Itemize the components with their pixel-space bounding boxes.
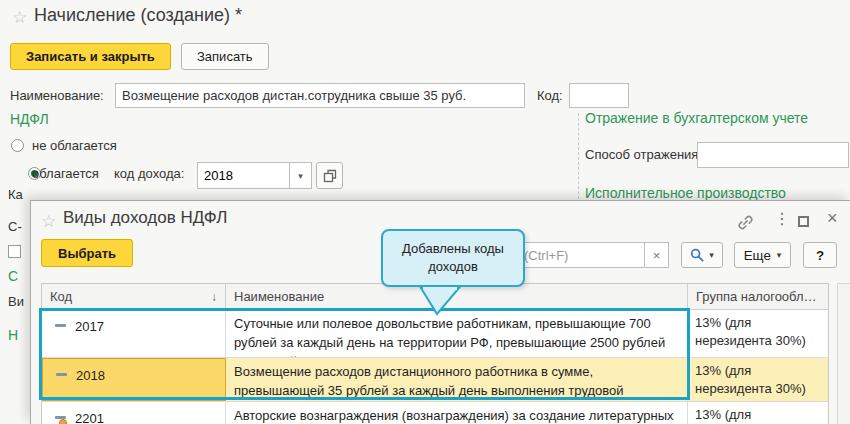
clipped-label-fragment: Ви	[8, 294, 24, 309]
more-button[interactable]: Еще ▾	[734, 242, 791, 268]
help-button[interactable]: ?	[803, 242, 837, 268]
row-code: 2017	[75, 319, 104, 334]
row-name: Авторские вознаграждения (вознаграждения…	[226, 402, 688, 424]
kebab-menu-icon[interactable]: ⋮	[774, 211, 790, 227]
name-input[interactable]	[115, 83, 525, 108]
open-reference-button[interactable]	[316, 162, 343, 189]
code-field-label: Код:	[537, 88, 563, 103]
chevron-down-icon: ▾	[777, 250, 782, 260]
save-and-close-button[interactable]: Записать и закрыть	[10, 43, 171, 70]
table-header-row: Код ↓ Наименование Группа налогообл…	[42, 284, 828, 310]
column-header-name[interactable]: Наименование	[226, 284, 688, 309]
row-code: 2018	[76, 368, 105, 383]
column-header-code[interactable]: Код ↓	[42, 284, 226, 309]
page-title: Начисление (создание) *	[34, 5, 242, 26]
income-codes-table: Код ↓ Наименование Группа налогообл… 201…	[41, 283, 829, 424]
open-in-form-icon	[323, 169, 337, 183]
row-tax-group: 13% (для нерезидента 30%)	[688, 358, 828, 401]
clear-search-icon[interactable]: ×	[644, 243, 668, 267]
item-dash-icon	[55, 324, 66, 327]
save-button[interactable]: Записать	[181, 43, 269, 70]
enforcement-section-header: Исполнительное производство	[585, 185, 786, 201]
income-code-label: код дохода:	[114, 166, 184, 181]
table-scrollbar[interactable]	[837, 283, 850, 424]
item-dash-icon	[56, 373, 67, 376]
income-code-combo[interactable]: ▾	[197, 162, 312, 189]
search-icon	[690, 248, 704, 262]
vertical-separator	[578, 113, 579, 199]
code-input[interactable]	[569, 83, 629, 108]
clipped-section-header-fragment: С	[8, 268, 18, 284]
row-name: Суточные или полевое довольствие работни…	[226, 310, 688, 357]
row-tax-group: 13% (для	[688, 402, 828, 424]
table-row[interactable]: 2017 Суточные или полевое довольствие ра…	[42, 310, 828, 358]
dialog-title: Виды доходов НДФЛ	[63, 208, 227, 228]
select-button[interactable]: Выбрать	[41, 239, 133, 267]
clipped-section-header-fragment: Н	[8, 327, 18, 343]
maximize-icon[interactable]	[798, 216, 809, 227]
main-window: ☆ Начисление (создание) * Записать и зак…	[0, 0, 850, 16]
column-header-tax-group[interactable]: Группа налогообл…	[688, 284, 828, 309]
row-code: 2201	[75, 411, 104, 424]
search-button[interactable]: ▾	[681, 242, 723, 268]
income-code-input[interactable]	[198, 163, 289, 188]
close-icon[interactable]: ×	[827, 209, 838, 227]
item-dash-predefined-icon	[55, 416, 66, 419]
favorite-star-icon[interactable]: ☆	[41, 213, 56, 230]
link-icon[interactable]	[737, 214, 754, 233]
row-name: Возмещение расходов дистанционного работ…	[226, 358, 688, 401]
radio-not-taxed[interactable]	[11, 139, 24, 152]
accounting-section-header: Отражение в бухгалтерском учете	[585, 110, 808, 126]
radio-not-taxed-label[interactable]: не облагается	[32, 138, 117, 153]
column-header-code-label: Код	[50, 289, 72, 304]
active-cell[interactable]: 2018	[42, 358, 226, 401]
clipped-label-fragment: Ка	[8, 187, 23, 202]
reflection-method-input[interactable]	[697, 142, 849, 168]
chevron-down-icon: ▾	[709, 250, 714, 260]
clipped-checkbox[interactable]	[8, 245, 21, 258]
radio-taxed-label[interactable]: облагается	[32, 166, 99, 181]
ndfl-section-header: НДФЛ	[10, 111, 49, 127]
income-types-dialog: ☆ Виды доходов НДФЛ ⋮ × Выбрать × ▾ Еще …	[30, 200, 850, 424]
table-row-selected[interactable]: 2018 Возмещение расходов дистанционного …	[42, 358, 828, 402]
name-field-label: Наименование:	[10, 88, 104, 103]
more-button-label: Еще	[744, 248, 771, 263]
clipped-label-fragment: С-	[8, 219, 22, 234]
chevron-down-icon[interactable]: ▾	[289, 163, 311, 188]
sort-descending-icon: ↓	[211, 290, 217, 304]
table-row[interactable]: 2201 Авторские вознаграждения (вознаграж…	[42, 402, 828, 424]
reflection-method-label: Способ отражения:	[585, 147, 702, 162]
annotation-callout: Добавлены коды доходов	[381, 229, 525, 287]
favorite-star-icon[interactable]: ☆	[12, 9, 27, 26]
row-tax-group: 13% (для нерезидента 30%)	[688, 310, 828, 357]
